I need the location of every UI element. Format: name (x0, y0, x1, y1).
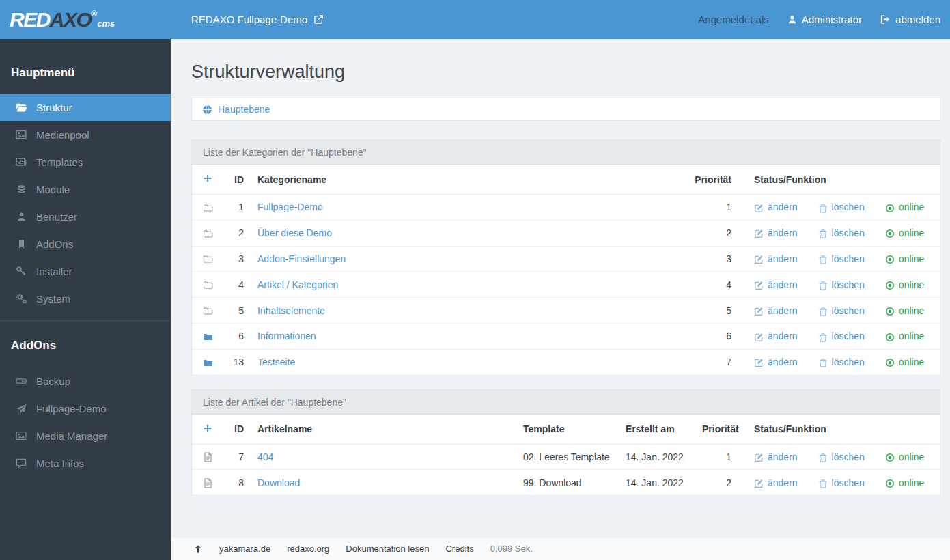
edit-label: ändern (768, 305, 798, 316)
folder-outline-icon (203, 227, 213, 238)
edit-link[interactable]: ändern (754, 305, 798, 316)
addons-menu-heading: AddOns (0, 321, 171, 367)
sidebar-item-label: Templates (36, 156, 83, 168)
article-link[interactable]: Download (257, 477, 300, 488)
edit-link[interactable]: ändern (754, 451, 798, 462)
logo-cms: cms (97, 18, 115, 29)
category-link[interactable]: Fullpage-Demo (257, 201, 323, 212)
online-label: online (899, 356, 924, 367)
online-status-link[interactable]: online (885, 356, 924, 367)
sidebar-item-struktur[interactable]: Struktur (0, 94, 171, 121)
logout-label: abmelden (895, 14, 940, 25)
column-header-status: Status/Funktion (738, 415, 940, 445)
sidebar-item-benutzer[interactable]: Benutzer (0, 203, 171, 230)
render-time: 0,099 Sek. (490, 544, 533, 554)
pencil-square-icon (754, 253, 764, 264)
user-profile-link[interactable]: Administrator (787, 14, 862, 25)
sidebar-item-label: Backup (36, 376, 70, 387)
online-status-link[interactable]: online (885, 331, 924, 341)
sidebar-item-installer[interactable]: Installer (0, 257, 171, 285)
folder-outline-icon (203, 279, 213, 290)
category-priority: 3 (677, 246, 738, 272)
logout-link[interactable]: abmelden (880, 14, 940, 25)
category-priority: 1 (677, 195, 738, 221)
plus-icon (203, 173, 212, 183)
delete-label: löschen (832, 201, 865, 212)
footer-link-credits[interactable]: Credits (445, 544, 473, 554)
footer-link-documentation[interactable]: Dokumentation lesen (346, 544, 429, 554)
delete-label: löschen (832, 356, 865, 367)
online-status-link[interactable]: online (885, 227, 924, 238)
delete-link[interactable]: löschen (818, 331, 865, 341)
edit-link[interactable]: ändern (754, 227, 798, 238)
category-link[interactable]: Addon-Einstellungen (257, 253, 346, 264)
article-link[interactable]: 404 (257, 451, 273, 462)
footer-link-yakamara[interactable]: yakamara.de (219, 544, 270, 554)
edit-link[interactable]: ändern (754, 279, 798, 290)
delete-link[interactable]: löschen (818, 305, 865, 316)
edit-link[interactable]: ändern (754, 356, 798, 367)
online-status-link[interactable]: online (885, 253, 924, 264)
newspaper-icon (15, 156, 27, 167)
online-status-link[interactable]: online (885, 305, 924, 316)
sidebar-item-backup[interactable]: Backup (0, 367, 171, 395)
category-link[interactable]: Testseite (257, 356, 295, 367)
edit-link[interactable]: ändern (754, 201, 798, 212)
sidebar-item-templates[interactable]: Templates (0, 148, 171, 176)
sidebar-item-fullpage-demo[interactable]: Fullpage-Demo (0, 395, 171, 422)
sidebar-item-module[interactable]: Module (0, 176, 171, 203)
category-priority: 5 (677, 298, 738, 324)
category-link[interactable]: Artikel / Kategorien (257, 279, 338, 290)
breadcrumb-root-link[interactable]: Hauptebene (202, 104, 270, 115)
dot-circle-icon (885, 451, 895, 462)
main-content: Strukturverwaltung Hauptebene Liste der … (171, 39, 950, 560)
sidebar-item-medienpool[interactable]: Medienpool (0, 121, 171, 148)
delete-link[interactable]: löschen (818, 356, 865, 367)
online-status-link[interactable]: online (885, 451, 924, 462)
online-status-link[interactable]: online (885, 279, 924, 290)
category-id: 6 (222, 323, 251, 349)
edit-label: ändern (768, 451, 798, 462)
trash-icon (818, 477, 828, 488)
folder-outline-icon (203, 201, 213, 212)
sidebar-item-media-manager[interactable]: Media Manager (0, 422, 171, 449)
sign-out-icon (880, 14, 891, 25)
add-article-button[interactable] (203, 423, 212, 433)
sidebar-item-label: Media Manager (36, 430, 107, 442)
sidebar-item-system[interactable]: System (0, 285, 171, 312)
edit-link[interactable]: ändern (754, 331, 798, 341)
logo-red: RED (10, 8, 50, 31)
site-frontend-link[interactable]: REDAXO Fullpage-Demo (191, 14, 324, 25)
article-id: 8 (222, 470, 251, 495)
redaxo-logo[interactable]: REDAXO®cms (0, 10, 171, 30)
scroll-top-button[interactable] (193, 544, 203, 554)
trash-icon (818, 451, 828, 462)
sidebar-item-addons[interactable]: AddOns (0, 230, 171, 257)
category-link[interactable]: Über diese Demo (257, 227, 332, 238)
sidebar-item-meta-infos[interactable]: Meta Infos (0, 449, 171, 477)
delete-link[interactable]: löschen (818, 451, 865, 462)
sidebar-item-label: Benutzer (36, 211, 77, 223)
delete-link[interactable]: löschen (818, 279, 865, 290)
category-link[interactable]: Inhaltselemente (257, 305, 325, 316)
breadcrumb-root-label: Hauptebene (218, 104, 270, 115)
edit-label: ändern (768, 331, 798, 341)
online-status-link[interactable]: online (885, 477, 924, 488)
logo-axo: AXO (50, 8, 92, 31)
online-status-link[interactable]: online (885, 201, 924, 212)
edit-link[interactable]: ändern (754, 477, 798, 488)
delete-link[interactable]: löschen (818, 227, 865, 238)
delete-link[interactable]: löschen (818, 477, 865, 488)
add-category-button[interactable] (203, 173, 212, 183)
edit-link[interactable]: ändern (754, 253, 798, 264)
online-label: online (899, 477, 924, 488)
footer-link-redaxo[interactable]: redaxo.org (287, 544, 329, 554)
category-priority: 2 (677, 220, 738, 246)
column-header-template: Template (516, 415, 619, 445)
delete-label: löschen (832, 331, 865, 341)
delete-link[interactable]: löschen (818, 253, 865, 264)
pencil-square-icon (754, 201, 764, 212)
category-row: 13 Testseite 7 ändern löschen online (192, 349, 940, 374)
category-link[interactable]: Informationen (257, 331, 316, 341)
delete-link[interactable]: löschen (818, 201, 865, 212)
